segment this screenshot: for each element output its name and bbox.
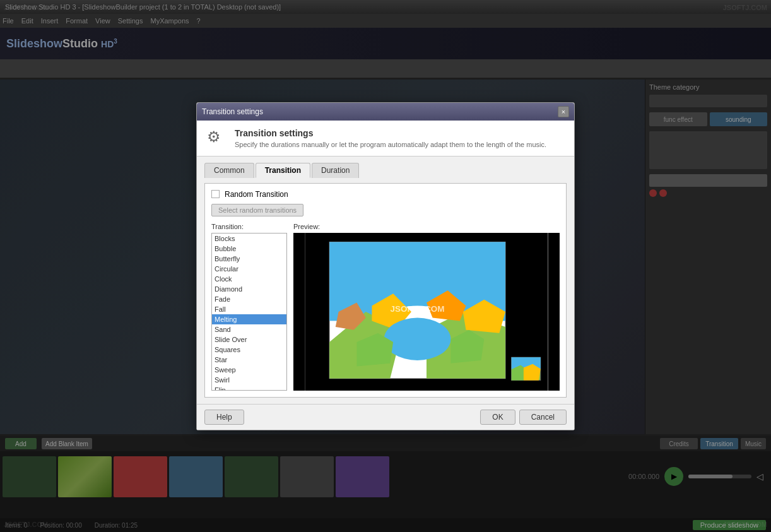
modal-overlay: Transition settings × ⚙ Transition setti… xyxy=(0,0,771,532)
transition-list-item[interactable]: Fall xyxy=(212,304,286,314)
dialog-footer: Help OK Cancel xyxy=(197,404,574,430)
transition-list-item[interactable]: Star xyxy=(212,355,286,365)
transition-list-item[interactable]: Bubble xyxy=(212,244,286,254)
settings-icon: ⚙ xyxy=(207,128,227,148)
transition-list-item[interactable]: Butterfly xyxy=(212,254,286,264)
transition-list-item[interactable]: Slide Over xyxy=(212,334,286,345)
transition-layout: Transition: BlocksBubbleButterflyCircula… xyxy=(211,223,560,391)
transition-list-item[interactable]: Melting xyxy=(212,314,286,324)
preview-frame: JSOFTJ.COM xyxy=(293,233,560,391)
random-transition-checkbox[interactable] xyxy=(211,190,220,198)
tab-content-transition: Random Transition Select random transiti… xyxy=(204,183,567,398)
dialog-body: Common Transition Duration Random Transi… xyxy=(197,157,574,404)
preview-svg: JSOFTJ.COM xyxy=(293,233,560,391)
transition-list-item[interactable]: Diamond xyxy=(212,284,286,294)
footer-buttons-right: OK Cancel xyxy=(480,410,567,425)
dialog-title: Transition settings xyxy=(202,107,263,116)
ok-button[interactable]: OK xyxy=(480,410,515,425)
help-button[interactable]: Help xyxy=(204,410,244,425)
preview-section: Preview: xyxy=(293,223,560,391)
dialog-header-desc: Specify the durations manually or let th… xyxy=(235,141,546,148)
dialog-close-button[interactable]: × xyxy=(558,106,569,117)
svg-text:JSOFTJ.COM: JSOFTJ.COM xyxy=(391,304,445,314)
transition-settings-dialog: Transition settings × ⚙ Transition setti… xyxy=(196,102,575,430)
svg-point-11 xyxy=(384,317,451,360)
transition-list-item[interactable]: Sweep xyxy=(212,365,286,375)
tab-transition[interactable]: Transition xyxy=(256,163,310,178)
preview-label: Preview: xyxy=(293,223,560,230)
transition-list-item[interactable]: Sand xyxy=(212,324,286,334)
tab-duration[interactable]: Duration xyxy=(312,163,359,178)
transition-list-item[interactable]: Clock xyxy=(212,274,286,284)
transition-list-item[interactable]: Swirl xyxy=(212,375,286,385)
transition-list-label: Transition: xyxy=(211,223,287,230)
random-transition-row: Random Transition xyxy=(211,190,560,199)
select-random-btn: Select random transitions xyxy=(211,204,303,216)
app-background: JSOFTJ.COM JSOFTJ.COM JSOFTJ.COM JSOFTJ.… xyxy=(0,0,771,532)
transition-listbox[interactable]: BlocksBubbleButterflyCircularClockDiamon… xyxy=(211,233,287,391)
transition-list-item[interactable]: Flip xyxy=(212,385,286,391)
dialog-titlebar: Transition settings × xyxy=(197,103,574,121)
transition-list-item[interactable]: Blocks xyxy=(212,233,286,244)
dialog-header-title: Transition settings xyxy=(235,128,546,138)
cancel-button[interactable]: Cancel xyxy=(519,410,567,425)
transition-list-item[interactable]: Circular xyxy=(212,264,286,274)
tab-common[interactable]: Common xyxy=(204,163,254,178)
transition-list-item[interactable]: Fade xyxy=(212,294,286,304)
dialog-header: ⚙ Transition settings Specify the durati… xyxy=(197,121,574,157)
tab-bar: Common Transition Duration xyxy=(204,163,567,178)
random-transition-label: Random Transition xyxy=(225,190,288,199)
transition-list-section: Transition: BlocksBubbleButterflyCircula… xyxy=(211,223,287,391)
transition-list-item[interactable]: Squares xyxy=(212,345,286,355)
